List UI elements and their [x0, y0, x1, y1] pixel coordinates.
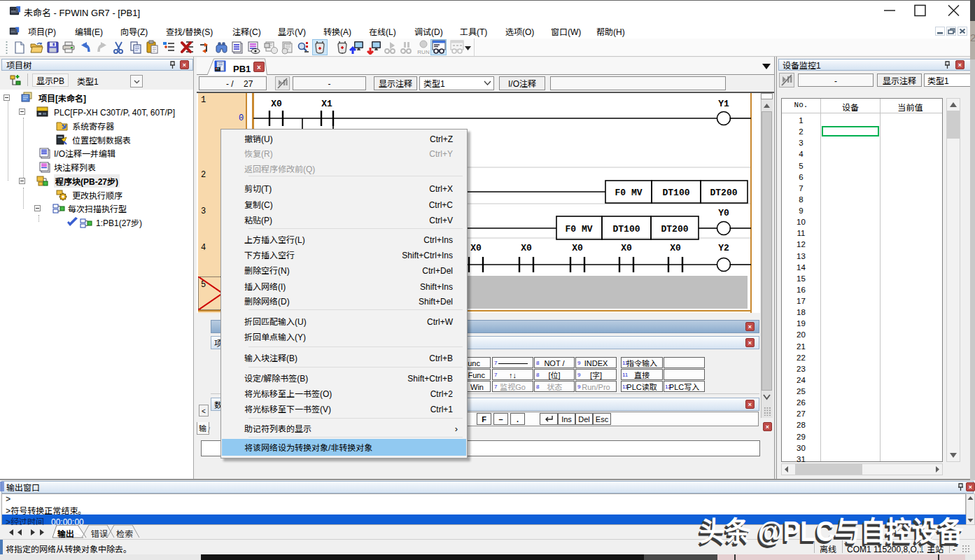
- svg-text:X0: X0: [470, 243, 482, 253]
- svg-text:DT100: DT100: [662, 188, 689, 198]
- svg-text:RUN: RUN: [417, 49, 430, 55]
- svg-text:F0 MV: F0 MV: [565, 224, 592, 234]
- svg-text:Y1: Y1: [718, 99, 729, 109]
- svg-text:X0: X0: [521, 243, 532, 253]
- svg-text:X1: X1: [321, 99, 332, 109]
- svg-text:X0: X0: [572, 243, 583, 253]
- svg-text:Y0: Y0: [718, 208, 729, 218]
- svg-text:DT100: DT100: [612, 224, 640, 234]
- svg-text:F0 MV: F0 MV: [615, 188, 642, 198]
- svg-text:X0: X0: [670, 243, 681, 253]
- svg-text:X0: X0: [271, 99, 282, 109]
- svg-text:DT200: DT200: [710, 188, 737, 198]
- svg-text:Y2: Y2: [718, 243, 729, 253]
- svg-text:X0: X0: [621, 243, 632, 253]
- svg-text:DT200: DT200: [661, 224, 688, 234]
